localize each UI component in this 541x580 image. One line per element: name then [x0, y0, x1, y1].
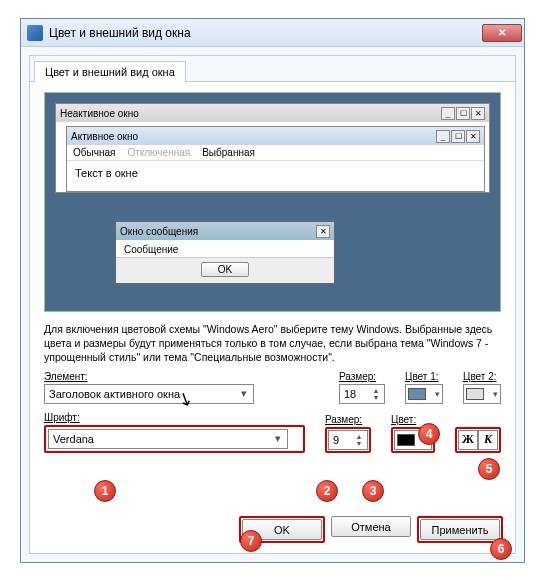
- app-icon: [27, 25, 43, 41]
- chevron-down-icon: ▾: [435, 389, 440, 399]
- element-size-spinner[interactable]: 18 ▲▼: [339, 384, 385, 404]
- cancel-button[interactable]: Отмена: [331, 516, 411, 537]
- label-size: Размер:: [339, 371, 385, 382]
- titlebar[interactable]: Цвет и внешний вид окна ✕: [21, 19, 524, 47]
- font-size-spinner[interactable]: 9 ▲▼: [328, 430, 368, 450]
- chevron-down-icon: ▾: [271, 432, 285, 445]
- maximize-icon[interactable]: ☐: [451, 130, 465, 143]
- label-color2: Цвет 2:: [463, 371, 501, 382]
- color-swatch: [397, 434, 415, 446]
- apply-button[interactable]: Применить: [420, 519, 500, 540]
- chevron-down-icon: ▾: [237, 387, 251, 400]
- tab-bar: Цвет и внешний вид окна: [30, 56, 515, 82]
- tab-appearance[interactable]: Цвет и внешний вид окна: [34, 61, 186, 83]
- badge-1: 1: [94, 480, 116, 502]
- label-fsize: Размер:: [325, 414, 371, 425]
- color1-picker[interactable]: ▾: [405, 384, 443, 404]
- preview-body-text: Текст в окне: [67, 161, 484, 191]
- inactive-title: Неактивное окно: [60, 108, 441, 119]
- label-font: Шрифт:: [44, 412, 305, 423]
- minimize-icon[interactable]: _: [441, 107, 455, 120]
- msg-ok-button[interactable]: OK: [201, 262, 249, 277]
- spinner-icon: ▲▼: [370, 387, 382, 401]
- font-dropdown[interactable]: Verdana ▾: [48, 429, 288, 449]
- close-icon[interactable]: ✕: [316, 225, 330, 238]
- preview-inactive-window[interactable]: Неактивное окно _ ☐ ✕ Активное окно: [55, 103, 490, 193]
- color-swatch: [408, 388, 426, 400]
- italic-button[interactable]: К: [478, 430, 498, 450]
- dialog-buttons: OK Отмена Применить: [239, 516, 503, 543]
- msg-body: Сообщение: [116, 240, 334, 257]
- menu-normal[interactable]: Обычная: [73, 147, 115, 158]
- preview-panel: Неактивное окно _ ☐ ✕ Активное окно: [44, 92, 501, 312]
- close-button[interactable]: ✕: [482, 24, 522, 42]
- minimize-icon[interactable]: _: [436, 130, 450, 143]
- msg-title: Окно сообщения: [120, 226, 316, 237]
- bold-button[interactable]: Ж: [458, 430, 478, 450]
- dialog-window: Цвет и внешний вид окна ✕ Цвет и внешний…: [20, 18, 525, 563]
- preview-active-window[interactable]: Активное окно _ ☐ ✕ Обычная Отключенная: [66, 126, 485, 192]
- menu-selected[interactable]: Выбранная: [202, 147, 255, 158]
- label-element: Элемент:: [44, 371, 319, 382]
- close-icon[interactable]: ✕: [466, 130, 480, 143]
- color-swatch: [466, 388, 484, 400]
- active-title: Активное окно: [71, 131, 436, 142]
- close-icon[interactable]: ✕: [471, 107, 485, 120]
- maximize-icon[interactable]: ☐: [456, 107, 470, 120]
- preview-menu: Обычная Отключенная Выбранная: [67, 145, 484, 161]
- element-dropdown[interactable]: Заголовок активного окна ▾: [44, 384, 254, 404]
- badge-3: 3: [362, 480, 384, 502]
- help-text: Для включения цветовой схемы "Windows Ae…: [44, 322, 501, 365]
- preview-message-window[interactable]: Окно сообщения ✕ Сообщение OK: [115, 221, 335, 284]
- spinner-icon: ▲▼: [353, 433, 365, 447]
- label-color1: Цвет 1:: [405, 371, 443, 382]
- chevron-down-icon: ▾: [493, 389, 498, 399]
- content-area: Неактивное окно _ ☐ ✕ Активное окно: [30, 82, 515, 463]
- dialog-body: Цвет и внешний вид окна Неактивное окно …: [29, 55, 516, 554]
- badge-7: 7: [240, 530, 262, 552]
- color2-picker[interactable]: ▾: [463, 384, 501, 404]
- badge-6: 6: [490, 538, 512, 560]
- window-title: Цвет и внешний вид окна: [49, 26, 482, 40]
- badge-5: 5: [478, 458, 500, 480]
- menu-disabled: Отключенная: [127, 147, 190, 158]
- badge-4: 4: [418, 423, 440, 445]
- badge-2: 2: [316, 480, 338, 502]
- window-buttons: _ ☐ ✕: [441, 107, 485, 120]
